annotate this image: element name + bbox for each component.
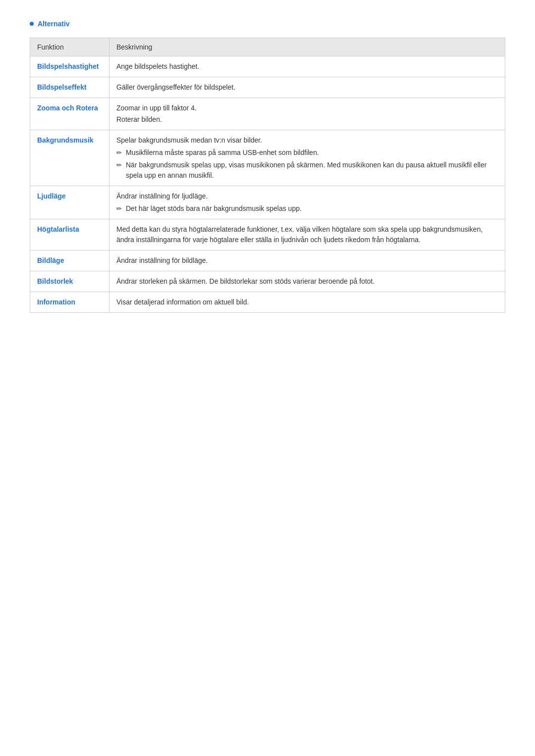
desc-main-text: Spelar bakgrundsmusik medan tv:n visar b…: [116, 135, 498, 146]
desc-main-text: Roterar bilden.: [116, 114, 498, 125]
table-header-row: Funktion Beskrivning: [30, 38, 505, 56]
func-name-cell: Bakgrundsmusik: [30, 130, 109, 186]
table-row: BildspelshastighetAnge bildspelets hasti…: [30, 56, 505, 77]
desc-main-text: Ändrar inställning för ljudläge.: [116, 191, 498, 202]
pencil-icon: ✏: [116, 204, 122, 214]
desc-main-text: Gäller övergångseffekter för bildspelet.: [116, 82, 498, 93]
table-row: Zooma och RoteraZoomar in upp till fakto…: [30, 98, 505, 130]
note-line: ✏Det här läget stöds bara när bakgrundsm…: [116, 203, 498, 214]
func-name-cell: Högtalarlista: [30, 219, 109, 251]
table-row: BildspelseffektGäller övergångseffekter …: [30, 77, 505, 98]
functions-table: Funktion Beskrivning BildspelshastighetA…: [30, 38, 505, 313]
func-name-cell: Bildläge: [30, 251, 109, 271]
note-line: ✏Musikfilerna måste sparas på samma USB-…: [116, 148, 498, 158]
func-name-cell: Zooma och Rotera: [30, 98, 109, 130]
desc-cell: Ändrar inställning för ljudläge.✏Det här…: [109, 186, 505, 219]
desc-main-text: Visar detaljerad information om aktuell …: [116, 297, 498, 307]
bullet-label: Alternativ: [38, 20, 70, 28]
table-row: BildstorlekÄndrar storleken på skärmen. …: [30, 271, 505, 292]
note-text: Det här läget stöds bara när bakgrundsmu…: [126, 203, 302, 214]
func-name-cell: Bildspelseffekt: [30, 77, 109, 98]
pencil-icon: ✏: [116, 160, 122, 170]
desc-main-text: Ändrar storleken på skärmen. De bildstor…: [116, 276, 498, 287]
desc-main-text: Zoomar in upp till faktor 4.: [116, 103, 498, 113]
func-name-cell: Bildstorlek: [30, 271, 109, 292]
desc-cell: Ange bildspelets hastighet.: [109, 56, 505, 77]
table-row: BildlägeÄndrar inställning för bildläge.: [30, 251, 505, 271]
table-row: HögtalarlistaMed detta kan du styra högt…: [30, 219, 505, 251]
desc-cell: Gäller övergångseffekter för bildspelet.: [109, 77, 505, 98]
pencil-icon: ✏: [116, 148, 122, 158]
bullet-section: Alternativ: [30, 20, 505, 28]
desc-cell: Visar detaljerad information om aktuell …: [109, 292, 505, 313]
func-name-cell: Bildspelshastighet: [30, 56, 109, 77]
desc-main-text: Med detta kan du styra högtalarrelaterad…: [116, 224, 498, 245]
desc-cell: Spelar bakgrundsmusik medan tv:n visar b…: [109, 130, 505, 186]
header-funktion: Funktion: [30, 38, 109, 56]
note-text: När bakgrundsmusik spelas upp, visas mus…: [126, 160, 498, 181]
desc-cell: Zoomar in upp till faktor 4.Roterar bild…: [109, 98, 505, 130]
table-row: LjudlägeÄndrar inställning för ljudläge.…: [30, 186, 505, 219]
desc-cell: Ändrar storleken på skärmen. De bildstor…: [109, 271, 505, 292]
desc-main-text: Ändrar inställning för bildläge.: [116, 255, 498, 266]
func-name-cell: Information: [30, 292, 109, 313]
bullet-dot: [30, 22, 34, 26]
note-line: ✏När bakgrundsmusik spelas upp, visas mu…: [116, 160, 498, 181]
desc-cell: Ändrar inställning för bildläge.: [109, 251, 505, 271]
desc-cell: Med detta kan du styra högtalarrelaterad…: [109, 219, 505, 251]
desc-main-text: Ange bildspelets hastighet.: [116, 61, 498, 72]
table-row: InformationVisar detaljerad information …: [30, 292, 505, 313]
header-beskrivning: Beskrivning: [109, 38, 505, 56]
table-row: BakgrundsmusikSpelar bakgrundsmusik meda…: [30, 130, 505, 186]
note-text: Musikfilerna måste sparas på samma USB-e…: [126, 148, 319, 158]
func-name-cell: Ljudläge: [30, 186, 109, 219]
